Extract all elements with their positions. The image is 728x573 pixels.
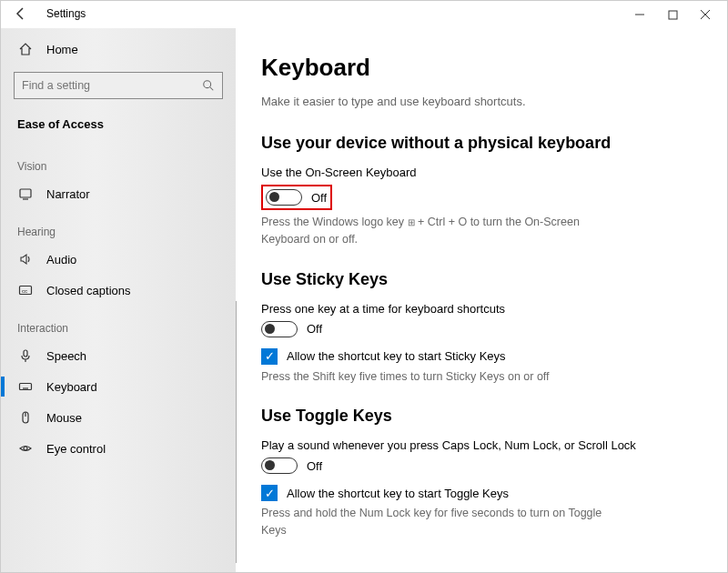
sidebar-item-label: Eye control [46, 442, 106, 456]
svg-rect-10 [24, 350, 27, 357]
group-interaction: Interaction [1, 306, 236, 340]
titlebar: Settings [1, 1, 727, 28]
sidebar-item-label: Mouse [46, 411, 82, 425]
section3-hint: Press and hold the Num Lock key for five… [261, 505, 625, 539]
group-vision: Vision [1, 144, 236, 178]
maximize-button[interactable] [656, 4, 689, 25]
sticky-keys-shortcut-checkbox[interactable]: ✓ [261, 348, 278, 365]
svg-point-4 [204, 81, 211, 88]
page-title: Keyboard [261, 54, 702, 82]
speech-icon [17, 347, 34, 364]
section3-title: Use Toggle Keys [261, 407, 702, 426]
toggle-keys-checkbox-label: Allow the shortcut key to start Toggle K… [287, 487, 509, 500]
section3-label: Play a sound whenever you press Caps Loc… [261, 438, 702, 452]
settings-window: Settings Home Ease of Acc [0, 0, 728, 573]
toggle-keys-state: Off [307, 459, 322, 473]
section1-title: Use your device without a physical keybo… [261, 134, 702, 153]
section1-hint: Press the Windows logo key ⊞ + Ctrl + O … [261, 214, 625, 248]
search-input[interactable] [22, 79, 186, 92]
sidebar-item-home[interactable]: Home [1, 34, 236, 65]
mouse-icon [17, 409, 34, 426]
sidebar-item-mouse[interactable]: Mouse [1, 402, 236, 433]
back-button[interactable] [14, 6, 28, 21]
section2-label: Press one key at a time for keyboard sho… [261, 302, 702, 316]
category-title: Ease of Access [1, 108, 236, 144]
closed-captions-icon: cc [17, 282, 34, 298]
sticky-keys-checkbox-label: Allow the shortcut key to start Sticky K… [287, 349, 506, 363]
svg-point-17 [24, 447, 27, 450]
sidebar-home-label: Home [46, 43, 78, 56]
page-description: Make it easier to type and use keyboard … [261, 95, 702, 108]
sidebar-item-label: Closed captions [46, 284, 131, 297]
toggle-keys-toggle[interactable] [261, 457, 298, 474]
onscreen-keyboard-highlight: Off [261, 185, 332, 210]
window-title: Settings [46, 7, 86, 20]
home-icon [17, 41, 34, 57]
content-area: Keyboard Make it easier to type and use … [236, 28, 727, 572]
svg-rect-1 [669, 11, 677, 19]
body: Home Ease of Access Vision Narrator Hear… [1, 28, 727, 572]
toggle-keys-shortcut-checkbox[interactable]: ✓ [261, 485, 278, 501]
sidebar-item-label: Narrator [46, 187, 90, 201]
scroll-indicator[interactable] [236, 301, 237, 563]
eye-icon [17, 440, 34, 457]
svg-line-5 [210, 87, 214, 91]
audio-icon [17, 251, 34, 267]
sidebar-item-closed-captions[interactable]: cc Closed captions [1, 275, 236, 306]
close-button[interactable] [689, 4, 722, 25]
section2-title: Use Sticky Keys [261, 270, 702, 289]
sidebar-item-speech[interactable]: Speech [1, 340, 236, 371]
onscreen-keyboard-state: Off [311, 191, 327, 205]
group-hearing: Hearing [1, 209, 236, 244]
sidebar-item-label: Keyboard [46, 380, 97, 394]
sidebar-item-eye-control[interactable]: Eye control [1, 433, 236, 464]
sidebar-item-label: Audio [46, 253, 76, 266]
sticky-keys-state: Off [307, 322, 322, 336]
narrator-icon [17, 186, 34, 202]
sidebar-item-audio[interactable]: Audio [1, 244, 236, 275]
sidebar-item-label: Speech [46, 349, 86, 363]
windows-logo-icon: ⊞ [408, 216, 415, 229]
svg-text:cc: cc [22, 288, 27, 294]
keyboard-icon [17, 378, 34, 395]
svg-rect-6 [20, 189, 31, 197]
minimize-button[interactable] [623, 4, 656, 25]
section1-label: Use the On-Screen Keyboard [261, 166, 702, 179]
sidebar-item-narrator[interactable]: Narrator [1, 178, 236, 209]
search-box[interactable] [14, 72, 223, 99]
search-icon [202, 79, 215, 92]
onscreen-keyboard-toggle[interactable] [266, 189, 302, 206]
sticky-keys-toggle[interactable] [261, 321, 298, 337]
section2-hint: Press the Shift key five times to turn S… [261, 368, 625, 386]
sidebar: Home Ease of Access Vision Narrator Hear… [1, 28, 236, 572]
sidebar-item-keyboard[interactable]: Keyboard [1, 371, 236, 402]
